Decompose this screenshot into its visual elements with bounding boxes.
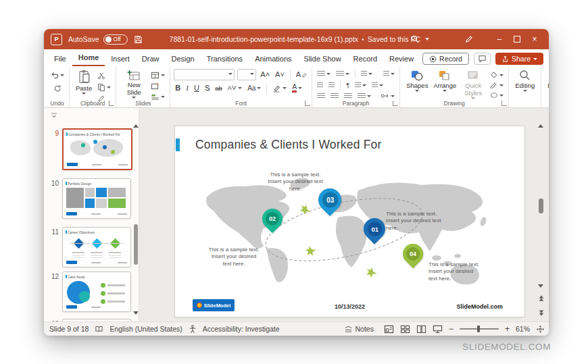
slideshow-view-button[interactable] xyxy=(433,325,443,334)
tab-review[interactable]: Review xyxy=(383,52,420,66)
next-slide-button[interactable] xyxy=(539,310,544,316)
paragraph-dialog-launcher[interactable] xyxy=(393,101,398,106)
thumbnail-row-11[interactable]: 11 Career Objectives xyxy=(44,227,131,267)
tab-animations[interactable]: Animations xyxy=(249,52,297,66)
scrollbar-thumb[interactable] xyxy=(539,199,543,213)
slide-footer-site[interactable]: SlideModel.com xyxy=(456,303,503,310)
slide-canvas[interactable]: Companies & Clients I Worked For xyxy=(175,126,524,317)
save-icon[interactable] xyxy=(134,35,143,44)
scroll-down-icon[interactable] xyxy=(538,284,543,288)
numbering-button[interactable] xyxy=(335,70,351,78)
slide-10-thumbnail[interactable]: Portfolio Design xyxy=(62,178,131,219)
ribbon-pin-icon[interactable] xyxy=(51,109,57,122)
text-highlight-button[interactable] xyxy=(271,84,288,93)
slide-indicator[interactable]: Slide 9 of 18 xyxy=(49,325,89,333)
tab-transitions[interactable]: Transitions xyxy=(201,52,249,66)
line-spacing-button[interactable] xyxy=(360,70,374,78)
paste-button[interactable]: Paste xyxy=(73,69,95,95)
font-size-combo[interactable] xyxy=(237,69,256,80)
convert-to-smartart-button[interactable] xyxy=(379,92,396,100)
designer-button[interactable]: Designer xyxy=(545,69,549,90)
fit-slide-button[interactable] xyxy=(536,325,545,334)
thumbnail-row-10[interactable]: 10 Portfolio Design xyxy=(44,178,131,219)
clipboard-dialog-launcher[interactable] xyxy=(109,101,114,106)
text-direction-button[interactable] xyxy=(382,70,396,78)
shapes-button[interactable]: Shapes xyxy=(403,69,431,93)
character-spacing-button[interactable]: AV xyxy=(226,84,243,92)
editing-button[interactable]: Editing xyxy=(512,69,537,93)
tab-slide-show[interactable]: Slide Show xyxy=(298,52,347,66)
bold-button[interactable]: B xyxy=(174,84,182,93)
document-title[interactable]: 7881-01-self-introduction-powerpoint-tem… xyxy=(170,35,429,43)
search-icon[interactable] xyxy=(410,34,420,44)
slide-9-thumbnail[interactable]: Companies & Clients I Worked For xyxy=(62,128,132,170)
zoom-slider-thumb[interactable] xyxy=(477,326,480,332)
slide-title[interactable]: Companies & Clients I Worked For xyxy=(195,138,381,152)
new-slide-button[interactable]: New Slide xyxy=(120,69,148,99)
columns-button[interactable] xyxy=(353,82,368,89)
zoom-slider[interactable] xyxy=(460,328,499,330)
zoom-in-button[interactable]: + xyxy=(505,324,510,334)
undo-button[interactable] xyxy=(49,70,66,80)
pen-icon[interactable] xyxy=(464,35,473,44)
layout-button[interactable] xyxy=(149,71,166,80)
align-center-button[interactable] xyxy=(329,93,340,100)
scrollbar-thumb[interactable] xyxy=(134,224,138,265)
text-shadow-button[interactable]: S xyxy=(203,84,211,93)
comments-button[interactable] xyxy=(474,53,491,65)
scroll-down-icon[interactable] xyxy=(133,311,139,315)
align-right-button[interactable] xyxy=(343,93,353,100)
decrease-indent-button[interactable] xyxy=(316,82,324,89)
caption-text-left[interactable]: This is a sample text. Insert your desir… xyxy=(207,246,260,267)
thumbnail-scrollbar[interactable] xyxy=(133,124,138,315)
font-color-button[interactable]: A xyxy=(291,83,303,93)
tab-record[interactable]: Record xyxy=(347,52,383,66)
reuse-slides-button[interactable] xyxy=(149,82,166,90)
scroll-up-icon[interactable] xyxy=(538,124,543,128)
cut-button[interactable] xyxy=(96,71,112,80)
increase-font-size-button[interactable]: A˄ xyxy=(259,70,271,79)
record-button[interactable]: Record xyxy=(422,53,469,65)
quick-styles-button[interactable]: Quick Styles xyxy=(459,69,487,100)
minimize-button[interactable]: – xyxy=(491,29,508,49)
tab-design[interactable]: Design xyxy=(165,52,200,66)
arrange-button[interactable]: Arrange xyxy=(431,69,459,93)
repeat-button[interactable] xyxy=(52,84,63,93)
decrease-font-size-button[interactable]: A˅ xyxy=(274,70,286,79)
tab-draw[interactable]: Draw xyxy=(136,52,166,66)
accessibility-icon[interactable] xyxy=(189,325,197,334)
shape-outline-button[interactable] xyxy=(489,81,505,89)
font-dialog-launcher[interactable] xyxy=(305,101,310,106)
zoom-out-button[interactable]: − xyxy=(449,324,454,334)
caption-text-top[interactable]: This is a sample text. Insert your desir… xyxy=(266,172,324,192)
slide-sorter-view-button[interactable] xyxy=(400,325,410,334)
close-button[interactable]: × xyxy=(526,29,543,49)
slide-12-thumbnail[interactable]: Case Study xyxy=(62,271,131,312)
scroll-up-icon[interactable] xyxy=(133,124,139,128)
accessibility-status[interactable]: Accessibility: Investigate xyxy=(203,325,280,333)
spell-check-icon[interactable] xyxy=(95,325,103,333)
normal-view-button[interactable] xyxy=(384,325,394,334)
maximize-button[interactable] xyxy=(508,29,526,49)
clear-formatting-button[interactable]: A xyxy=(295,70,308,79)
justify-button[interactable] xyxy=(356,93,372,100)
autosave-toggle[interactable]: Off xyxy=(103,34,128,45)
main-scrollbar[interactable] xyxy=(537,124,545,316)
align-left-button[interactable] xyxy=(316,93,326,100)
shape-fill-button[interactable] xyxy=(489,71,505,79)
bullets-button[interactable] xyxy=(316,70,332,78)
caption-text-bottom-right[interactable]: This is a sample text. Insert your desir… xyxy=(428,261,483,282)
italic-button[interactable]: I xyxy=(185,84,190,93)
tab-insert[interactable]: Insert xyxy=(105,52,136,66)
notes-button[interactable]: Notes xyxy=(344,325,374,333)
caption-text-right[interactable]: This is a sample text. Insert your desir… xyxy=(386,211,441,232)
thumbnail-row-12[interactable]: 12 Case Study xyxy=(44,271,131,312)
language-indicator[interactable]: English (United States) xyxy=(109,325,182,333)
tab-home[interactable]: Home xyxy=(72,51,105,66)
change-case-button[interactable]: Aa xyxy=(246,84,262,93)
increase-indent-button[interactable] xyxy=(327,82,336,89)
paragraph-marks-button[interactable]: ¶ xyxy=(345,82,351,89)
thumbnail-row-9[interactable]: 9 Companies & Clients I Worked For xyxy=(44,128,132,170)
font-name-combo[interactable] xyxy=(174,69,235,80)
slide-11-thumbnail[interactable]: Career Objectives xyxy=(62,227,131,267)
